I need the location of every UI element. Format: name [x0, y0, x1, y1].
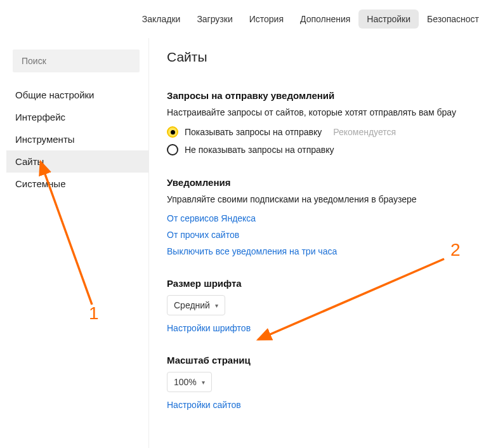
topnav-history[interactable]: История	[241, 10, 292, 29]
topnav-downloads[interactable]: Загрузки	[188, 10, 240, 29]
annotation-label-2: 2	[450, 240, 461, 260]
sidebar: Общие настройки Интерфейс Инструменты Са…	[0, 38, 149, 448]
select-font-size[interactable]: Средний ▾	[167, 295, 225, 315]
link-site-settings[interactable]: Настройки сайтов	[167, 400, 479, 410]
annotation-label-1: 1	[89, 303, 99, 324]
chevron-down-icon: ▾	[202, 379, 205, 386]
top-nav: Закладки Загрузки История Дополнения Нас…	[0, 0, 479, 38]
topnav-security[interactable]: Безопасност	[419, 10, 479, 29]
content-area: Сайты Запросы на отправку уведомлений На…	[149, 38, 479, 448]
radio-label-show: Показывать запросы на отправку	[185, 127, 322, 137]
sidebar-item-tools[interactable]: Инструменты	[6, 128, 148, 150]
topnav-settings[interactable]: Настройки	[358, 10, 419, 29]
sidebar-item-interface[interactable]: Интерфейс	[6, 106, 148, 128]
radio-label-hide: Не показывать запросы на отправку	[185, 145, 334, 155]
sidebar-item-general[interactable]: Общие настройки	[6, 84, 148, 106]
radio-hide-requests[interactable]: Не показывать запросы на отправку	[167, 144, 479, 155]
heading-font-size: Размер шрифта	[167, 278, 479, 289]
sidebar-item-sites[interactable]: Сайты	[6, 150, 148, 173]
section-notification-requests: Запросы на отправку уведомлений Настраив…	[167, 90, 479, 155]
link-other-sites[interactable]: От прочих сайтов	[167, 230, 479, 240]
search-input[interactable]	[13, 49, 140, 72]
heading-notification-requests: Запросы на отправку уведомлений	[167, 90, 479, 101]
radio-icon-unchecked	[167, 144, 178, 155]
select-page-scale[interactable]: 100% ▾	[167, 372, 212, 392]
topnav-bookmarks[interactable]: Закладки	[134, 10, 189, 29]
sidebar-item-system[interactable]: Системные	[6, 173, 148, 195]
heading-notifications: Уведомления	[167, 177, 479, 188]
page-title: Сайты	[167, 49, 479, 65]
section-notifications: Уведомления Управляйте своими подписками…	[167, 177, 479, 256]
select-page-scale-value: 100%	[174, 377, 197, 387]
select-font-size-value: Средний	[174, 300, 210, 310]
recommended-label: Рекомендуется	[333, 127, 396, 137]
link-disable-three-hours[interactable]: Выключить все уведомления на три часа	[167, 246, 479, 256]
section-font-size: Размер шрифта Средний ▾ Настройки шрифто…	[167, 278, 479, 333]
link-yandex-services[interactable]: От сервисов Яндекса	[167, 213, 479, 223]
link-font-settings[interactable]: Настройки шрифтов	[167, 323, 479, 333]
desc-notification-requests: Настраивайте запросы от сайтов, которые …	[167, 107, 479, 117]
chevron-down-icon: ▾	[215, 302, 218, 309]
heading-page-scale: Масштаб страниц	[167, 355, 479, 366]
topnav-addons[interactable]: Дополнения	[292, 10, 358, 29]
desc-notifications: Управляйте своими подписками на уведомле…	[167, 194, 479, 204]
radio-show-requests[interactable]: Показывать запросы на отправку Рекоменду…	[167, 126, 479, 138]
radio-icon-checked	[167, 126, 178, 138]
section-page-scale: Масштаб страниц 100% ▾ Настройки сайтов	[167, 355, 479, 410]
